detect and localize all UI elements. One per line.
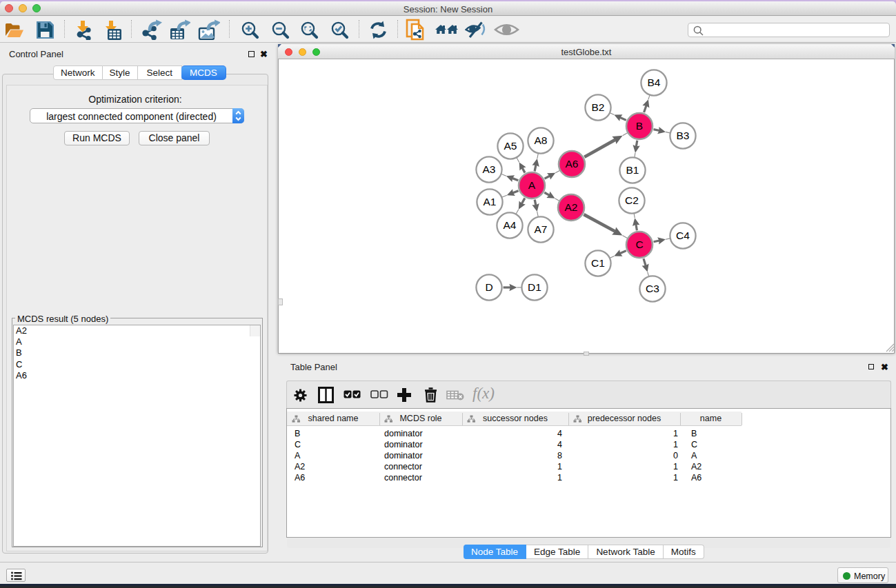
svg-text:A5: A5 [504,140,517,152]
svg-text:A6: A6 [566,158,579,170]
svg-text:D: D [485,281,492,293]
svg-text:B4: B4 [648,77,661,88]
svg-text:C: C [635,239,643,250]
svg-text:D1: D1 [528,281,541,293]
svg-text:A1: A1 [484,196,497,207]
svg-text:A8: A8 [535,134,548,146]
svg-text:B: B [636,120,643,132]
svg-text:C2: C2 [625,194,639,206]
svg-text:B1: B1 [626,164,639,176]
svg-text:C4: C4 [676,230,690,241]
svg-text:A4: A4 [504,219,517,231]
svg-text:B3: B3 [677,130,690,141]
svg-text:A: A [528,179,536,191]
svg-text:A2: A2 [565,201,578,213]
svg-text:A7: A7 [535,223,548,235]
svg-text:C1: C1 [591,257,605,269]
svg-text:A3: A3 [483,163,496,175]
svg-text:B2: B2 [592,101,605,113]
svg-text:C3: C3 [646,283,659,294]
